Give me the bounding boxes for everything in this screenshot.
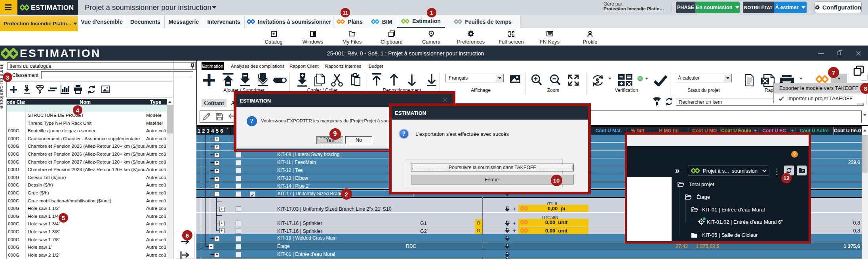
svg-text:$: $ <box>596 78 599 84</box>
